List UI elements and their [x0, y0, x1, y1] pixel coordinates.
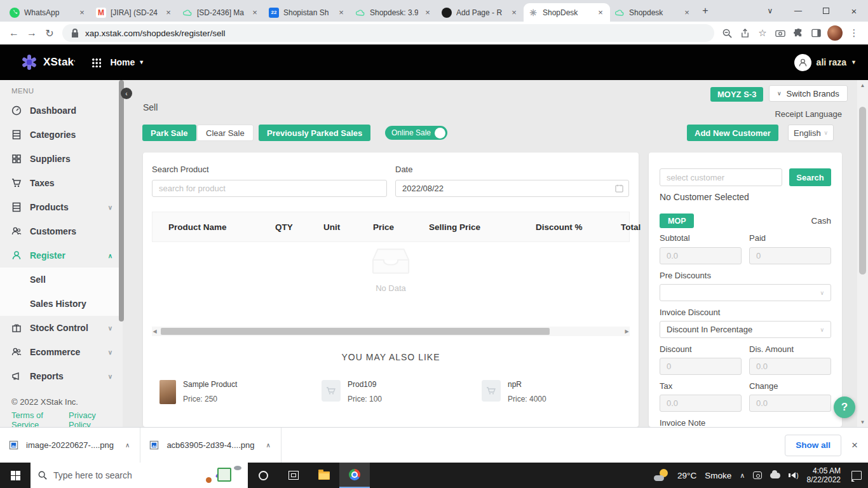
product-search-input[interactable]	[152, 180, 387, 197]
tab-close-icon[interactable]: ×	[682, 8, 692, 17]
mop-button[interactable]: MOP	[660, 214, 694, 228]
volume-icon[interactable]: )	[789, 472, 798, 479]
sidebar-item-sales-history[interactable]: Sales History	[0, 292, 123, 316]
camera-icon[interactable]	[771, 24, 789, 42]
tab-close-icon[interactable]: ×	[77, 8, 87, 17]
file-explorer-button[interactable]	[309, 463, 339, 488]
app-grid-icon[interactable]	[92, 58, 101, 67]
clear-sale-button[interactable]: Clear Sale	[197, 125, 254, 141]
horizontal-scrollbar[interactable]: ◀ ▶	[152, 327, 630, 336]
sidebar-item-reports[interactable]: Reports ∨	[0, 364, 123, 388]
zoom-icon[interactable]	[718, 24, 736, 42]
date-field[interactable]	[395, 180, 629, 197]
scroll-right-icon[interactable]: ▶	[624, 329, 630, 334]
suggested-product[interactable]: Sample Product Price: 250	[159, 380, 237, 404]
share-icon[interactable]	[736, 24, 754, 42]
sidebar-item-stock-control[interactable]: Stock Control ∨	[0, 316, 123, 340]
close-window-icon[interactable]: ×	[840, 0, 868, 22]
show-all-button[interactable]: Show all	[785, 435, 841, 456]
tab-close-icon[interactable]: ×	[509, 8, 519, 17]
tab-sd2436[interactable]: [SD-2436] Ma ×	[178, 3, 264, 22]
tab-shopdesk-active[interactable]: ✳ ShopDesk ×	[524, 3, 610, 22]
sidebar-item-ecommerce[interactable]: Ecommerce ∨	[0, 340, 123, 364]
reload-icon[interactable]: ↻	[41, 24, 58, 42]
tray-chevron-icon[interactable]: ∧	[740, 471, 745, 480]
user-menu[interactable]: ali raza▼	[817, 57, 857, 67]
taskbar-search[interactable]: Type here to search	[31, 463, 248, 488]
download-item[interactable]: image-20220627-....png ∧	[0, 428, 140, 463]
tab-jira[interactable]: M [JIRA] (SD-24 ×	[92, 3, 178, 22]
scroll-down-icon[interactable]: ▼	[857, 417, 868, 427]
tab-close-icon[interactable]: ×	[336, 8, 346, 17]
weather-icon[interactable]	[654, 469, 669, 482]
weather-desc[interactable]: Smoke	[705, 471, 731, 480]
park-sale-button[interactable]: Park Sale	[142, 125, 196, 141]
tab-close-icon[interactable]: ×	[595, 8, 606, 17]
cortana-button[interactable]	[248, 463, 278, 488]
chrome-menu-icon[interactable]: ⋮	[845, 24, 863, 42]
scroll-left-icon[interactable]: ◀	[152, 329, 158, 334]
chrome-taskbar-button[interactable]	[339, 463, 370, 488]
sidebar-item-suppliers[interactable]: Suppliers	[0, 147, 123, 171]
scroll-up-icon[interactable]: ▲	[857, 80, 868, 90]
onedrive-icon[interactable]	[770, 473, 780, 478]
chevron-up-icon[interactable]: ∧	[125, 442, 130, 449]
tab-close-icon[interactable]: ×	[250, 8, 260, 17]
scrollbar-thumb[interactable]	[161, 328, 550, 335]
minimize-icon[interactable]: —	[784, 0, 812, 22]
scrollbar-thumb[interactable]	[859, 107, 866, 274]
help-button[interactable]: ?	[834, 396, 855, 418]
customer-search-button[interactable]: Search	[789, 168, 831, 186]
receipt-language-select[interactable]: English ∨	[788, 125, 834, 141]
sidebar-item-dashboard[interactable]: Dashboard	[0, 98, 123, 123]
sidebar-item-register[interactable]: Register ∧	[0, 243, 123, 268]
sidebar-item-taxes[interactable]: Taxes	[0, 171, 123, 195]
side-panel-icon[interactable]	[807, 24, 825, 42]
forward-icon[interactable]: →	[23, 24, 41, 42]
profile-avatar[interactable]	[827, 25, 843, 41]
pre-discounts-select[interactable]: ∨	[660, 284, 831, 301]
user-avatar[interactable]	[794, 54, 811, 71]
suggested-product[interactable]: npR Price: 4000	[482, 380, 546, 403]
capture-tray-icon[interactable]	[753, 471, 762, 479]
tab-shopistan[interactable]: 22 Shopistan Sh ×	[264, 3, 351, 22]
tab-whatsapp[interactable]: WhatsApp ×	[5, 3, 92, 22]
close-downloads-icon[interactable]: ×	[851, 439, 858, 452]
paid-input[interactable]	[749, 247, 831, 264]
back-icon[interactable]: ←	[5, 24, 23, 42]
sidebar-item-categories[interactable]: Categories	[0, 123, 123, 147]
sidebar-item-products[interactable]: Products ∨	[0, 195, 123, 219]
discount-input[interactable]	[660, 358, 742, 375]
add-new-customer-button[interactable]: Add New Customer	[687, 125, 778, 141]
tab-close-icon[interactable]: ×	[423, 8, 433, 17]
previously-parked-sales-button[interactable]: Previously Parked Sales	[259, 125, 370, 141]
task-view-button[interactable]	[278, 463, 309, 488]
search-highlight-illustration[interactable]	[202, 466, 243, 485]
suggested-product[interactable]: Prod109 Price: 100	[322, 380, 382, 403]
taskbar-clock[interactable]: 4:05 AM 8/22/2022	[807, 466, 841, 484]
bookmark-star-icon[interactable]: ☆	[754, 24, 771, 42]
weather-temp[interactable]: 29°C	[677, 471, 696, 480]
customer-select-input[interactable]	[660, 168, 782, 186]
start-button[interactable]	[0, 463, 31, 488]
date-input[interactable]	[395, 180, 629, 197]
tab-close-icon[interactable]: ×	[163, 8, 173, 17]
sidebar-collapse-button[interactable]: ‹	[121, 88, 132, 99]
sidebar-item-sell[interactable]: Sell	[0, 268, 123, 292]
tab-shopdesk-2[interactable]: Shopdesk ×	[610, 3, 696, 22]
page-scrollbar[interactable]: ▲ ▼	[857, 80, 868, 427]
invoice-discount-select[interactable]: Discount In Percentage ∨	[660, 321, 831, 338]
tab-add-page[interactable]: Add Page - R ×	[437, 3, 524, 22]
download-item[interactable]: acb63905-2d39-4....png ∧	[140, 428, 281, 463]
restore-icon[interactable]	[812, 0, 840, 22]
chevron-up-icon[interactable]: ∧	[266, 442, 270, 449]
action-center-icon[interactable]	[851, 471, 862, 480]
home-menu[interactable]: Home▼	[110, 57, 144, 67]
online-sale-toggle[interactable]: Online Sale	[385, 126, 447, 140]
address-bar[interactable]: xap.xstak.com/shopdesk/register/sell	[62, 24, 714, 42]
extensions-icon[interactable]	[789, 24, 807, 42]
switch-brands-button[interactable]: ∨ Switch Brands	[769, 85, 848, 102]
sidebar-item-customers[interactable]: Customers	[0, 219, 123, 243]
new-tab-button[interactable]: +	[696, 2, 714, 20]
tab-shopdesk-39[interactable]: Shopdesk: 3.9 ×	[351, 3, 437, 22]
